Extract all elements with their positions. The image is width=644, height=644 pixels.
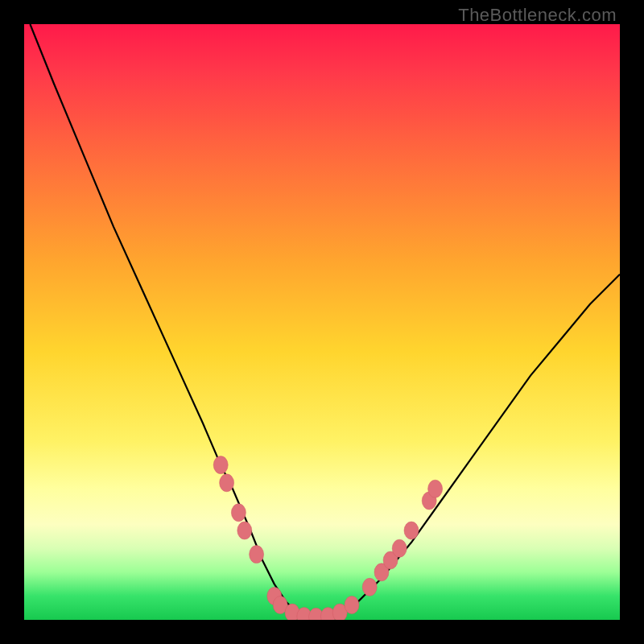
highlight-dot <box>392 539 407 557</box>
highlight-dot <box>345 597 359 614</box>
watermark-text: TheBottleneck.com <box>458 5 617 26</box>
highlight-dot <box>237 522 252 539</box>
highlight-dot <box>404 522 419 539</box>
bottleneck-curve-path <box>30 24 620 617</box>
highlight-dot <box>220 474 234 492</box>
highlight-dots-group <box>213 456 442 620</box>
chart-frame: TheBottleneck.com <box>0 0 644 644</box>
highlight-dot <box>428 480 443 497</box>
highlight-dot <box>362 578 377 596</box>
highlight-dot <box>250 546 264 564</box>
plot-area <box>24 24 620 620</box>
bottleneck-curve-svg <box>24 24 620 620</box>
highlight-dot <box>231 504 246 522</box>
highlight-dot <box>213 456 228 474</box>
